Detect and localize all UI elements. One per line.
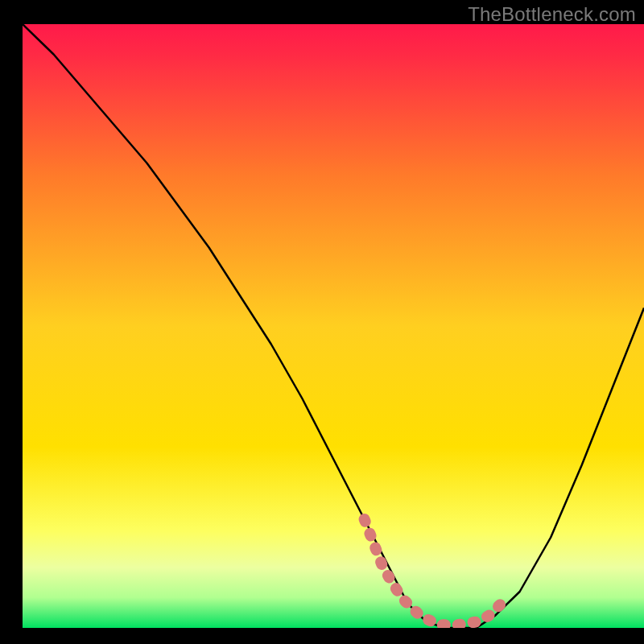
- chart-frame: TheBottleneck.com: [0, 0, 644, 644]
- watermark-text: TheBottleneck.com: [468, 3, 636, 26]
- bottleneck-chart: [0, 0, 644, 644]
